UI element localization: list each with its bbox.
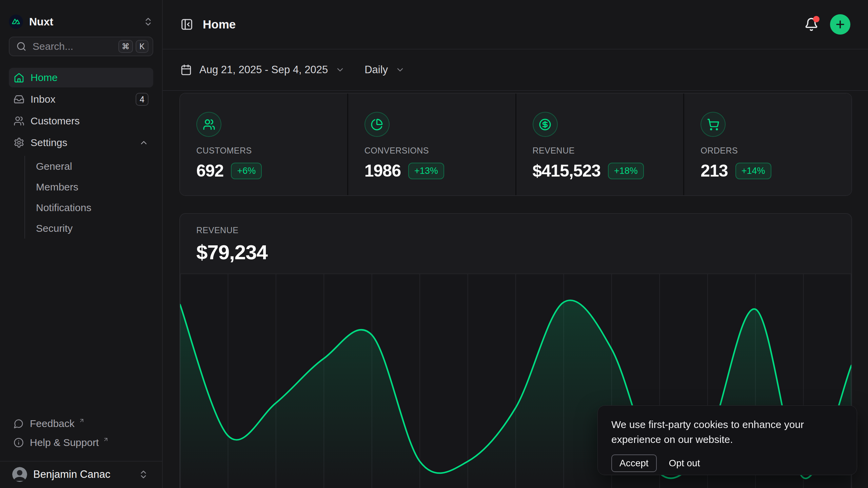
- notifications-button[interactable]: [804, 17, 818, 32]
- stat-card-revenue[interactable]: REVENUE $415,523 +18%: [516, 94, 684, 195]
- stat-label: REVENUE: [533, 146, 684, 156]
- date-range-value: Aug 21, 2025 - Sep 4, 2025: [199, 64, 328, 76]
- nuxt-logo-icon: [9, 15, 23, 29]
- chat-bubble-icon: [14, 419, 24, 429]
- stat-value: 692: [196, 161, 223, 181]
- sidebar-item-help-support[interactable]: Help & Support: [9, 433, 153, 452]
- filters-toolbar: Aug 21, 2025 - Sep 4, 2025 Daily: [163, 49, 868, 91]
- add-button[interactable]: [830, 14, 850, 35]
- sidebar-item-feedback[interactable]: Feedback: [9, 414, 153, 433]
- sidebar-item-label: Settings: [31, 137, 133, 148]
- sidebar-item-label: Inbox: [31, 94, 130, 105]
- stat-card-orders[interactable]: ORDERS 213 +14%: [684, 94, 851, 195]
- search-icon: [16, 41, 26, 52]
- sidebar-item-label: Feedback: [30, 418, 75, 429]
- sidebar-item-label: Help & Support: [30, 437, 99, 448]
- sidebar-item-security[interactable]: Security: [25, 218, 153, 239]
- cookie-message: We use first-party cookies to enhance yo…: [611, 417, 832, 447]
- sidebar-nav: Home Inbox 4 Customers Settings: [9, 68, 153, 239]
- stat-value: 1986: [364, 161, 401, 181]
- stat-label: CUSTOMERS: [196, 146, 347, 156]
- chevron-up-icon: [139, 138, 149, 147]
- stat-delta-badge: +14%: [735, 163, 771, 179]
- team-name: Nuxt: [29, 16, 137, 28]
- collapse-sidebar-button[interactable]: [180, 18, 193, 31]
- notification-dot: [813, 16, 820, 22]
- info-circle-icon: [14, 438, 24, 448]
- revenue-label: REVENUE: [196, 225, 835, 235]
- chevrons-up-down-icon: [138, 469, 149, 480]
- sidebar: Nuxt Search... ⌘ K Home: [0, 0, 163, 488]
- stat-delta-badge: +13%: [408, 163, 444, 179]
- sidebar-item-home[interactable]: Home: [9, 68, 153, 87]
- chevrons-up-down-icon: [143, 17, 153, 27]
- stat-card-customers[interactable]: CUSTOMERS 692 +6%: [180, 94, 347, 195]
- opt-out-button[interactable]: Opt out: [667, 455, 702, 471]
- page-header: Home: [163, 0, 868, 49]
- external-link-icon: [103, 436, 109, 443]
- date-range-picker[interactable]: Aug 21, 2025 - Sep 4, 2025: [180, 64, 345, 76]
- settings-subnav: General Members Notifications Security: [24, 156, 153, 239]
- kbd-cmd: ⌘: [118, 40, 133, 53]
- inbox-count-badge: 4: [136, 93, 149, 106]
- user-name: Benjamin Canac: [33, 468, 132, 481]
- avatar: [12, 467, 27, 482]
- search-input[interactable]: Search... ⌘ K: [9, 37, 153, 56]
- stats-row: CUSTOMERS 692 +6% CONVERSIONS 1986 +13%: [179, 93, 852, 196]
- sidebar-item-label: Home: [31, 72, 149, 83]
- stat-label: CONVERSIONS: [364, 146, 515, 156]
- sidebar-spacer: [9, 239, 153, 414]
- stat-card-conversions[interactable]: CONVERSIONS 1986 +13%: [348, 94, 515, 195]
- stat-delta-badge: +6%: [231, 163, 262, 179]
- sidebar-item-inbox[interactable]: Inbox 4: [9, 89, 153, 109]
- dollar-circle-icon: [533, 112, 558, 137]
- sidebar-item-general[interactable]: General: [25, 156, 153, 177]
- kbd-k: K: [136, 40, 149, 53]
- users-icon: [196, 112, 221, 137]
- team-switcher[interactable]: Nuxt: [9, 14, 153, 29]
- sidebar-item-notifications[interactable]: Notifications: [25, 197, 153, 218]
- search-placeholder: Search...: [33, 41, 112, 52]
- revenue-value: $79,234: [196, 241, 835, 264]
- sidebar-item-label: Customers: [31, 115, 149, 127]
- sidebar-item-customers[interactable]: Customers: [9, 111, 153, 131]
- house-icon: [14, 72, 24, 83]
- sidebar-item-members[interactable]: Members: [25, 177, 153, 197]
- accept-button[interactable]: Accept: [611, 454, 657, 472]
- inbox-icon: [14, 94, 24, 105]
- sidebar-item-settings[interactable]: Settings: [9, 133, 153, 152]
- pie-chart-icon: [364, 112, 390, 137]
- granularity-value: Daily: [364, 64, 388, 76]
- chevron-down-icon: [335, 65, 345, 75]
- shopping-cart-icon: [701, 112, 726, 137]
- page-title: Home: [203, 18, 236, 31]
- revenue-header: REVENUE $79,234: [180, 214, 851, 273]
- external-link-icon: [79, 418, 85, 424]
- cookie-banner: We use first-party cookies to enhance yo…: [597, 405, 857, 475]
- stat-value: 213: [701, 161, 728, 181]
- search-shortcut: ⌘ K: [118, 40, 149, 53]
- calendar-icon: [180, 64, 192, 76]
- granularity-select[interactable]: Daily: [364, 64, 405, 76]
- gear-icon: [14, 137, 24, 148]
- stat-label: ORDERS: [701, 146, 851, 156]
- stat-delta-badge: +18%: [608, 163, 644, 179]
- chevron-down-icon: [395, 65, 405, 75]
- stat-value: $415,523: [533, 161, 601, 181]
- user-menu[interactable]: Benjamin Canac: [9, 462, 153, 488]
- users-icon: [14, 116, 24, 126]
